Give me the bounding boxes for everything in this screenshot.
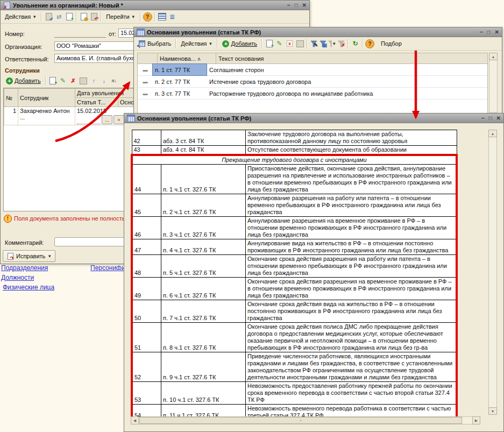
pick-cell-txt[interactable]: Аннулирование вида на жительство в РФ – …	[246, 239, 457, 255]
col-header-num[interactable]: №	[4, 89, 18, 107]
close-icon[interactable]: ✕	[496, 115, 501, 121]
pick-cell-num[interactable]: 48	[132, 255, 161, 278]
list-copy-icon[interactable]: +	[265, 39, 274, 48]
link-positions[interactable]: Должности	[1, 274, 34, 281]
article-clear-button[interactable]: ×	[113, 115, 124, 124]
ground-article-cell[interactable]: п. 3 ст. 77 ТК	[153, 88, 207, 99]
number-input[interactable]	[54, 29, 106, 38]
scroll-up-icon[interactable]: ▲	[488, 130, 497, 137]
goto-menu-button[interactable]: Перейти▼	[104, 13, 138, 20]
scroll-left-icon[interactable]: ◀	[131, 416, 139, 424]
pick-cell-art[interactable]: п. 5 ч.1 ст. 327.6 ТК	[161, 255, 246, 278]
pick-table-row[interactable]: 51п. 8 ч.1 ст. 327.6 ТКОкончание срока д…	[132, 323, 457, 352]
pick-cell-num[interactable]: 45	[132, 194, 161, 217]
actions-menu-button[interactable]: Действия▼	[3, 13, 39, 20]
pick-cell-num[interactable]: 42	[132, 130, 161, 146]
pick-table-row[interactable]: 49п. 6 ч.1 ст. 327.6 ТКОкончание срока д…	[132, 278, 457, 300]
col-header-employee[interactable]: Сотрудник	[18, 89, 75, 107]
copy-document-icon[interactable]: +	[65, 12, 74, 21]
pick-cell-art[interactable]: п. 2 ч.1 ст. 327.6 ТК	[161, 194, 246, 217]
pick-cell-art[interactable]: п. 3 ч.1 ст. 327.6 ТК	[161, 217, 246, 239]
pick-table-row[interactable]: 43абз. 4 ст. 84 ТКОтсутствие соответству…	[132, 146, 457, 155]
pick-cell-art[interactable]: п. 9 ч.1 ст. 327.6 ТК	[161, 352, 246, 382]
pick-cell-num[interactable]: 46	[132, 217, 161, 239]
grounds-list-row[interactable]: ▬п. 1 ст. 77 ТКСоглашение сторон	[138, 64, 487, 76]
filter-set-icon[interactable]: ✎	[310, 40, 318, 47]
pick-cell-num[interactable]: 51	[132, 323, 161, 352]
grounds-list-row[interactable]: ▬п. 2 ст. 77 ТКИстечение срока трудового…	[138, 76, 487, 88]
reread-icon[interactable]: ⇄	[54, 12, 63, 21]
pick-cell-art[interactable]: п. 6 ч.1 ст. 327.6 ТК	[161, 278, 246, 300]
scroll-right-icon[interactable]: ▶	[472, 416, 480, 424]
list-add-button[interactable]: + Добавить	[220, 40, 259, 48]
col-header-article[interactable]: Статья Т...	[75, 98, 118, 107]
hscroll-thumb[interactable]: ▪	[139, 417, 462, 424]
pick-cell-art[interactable]: абз. 4 ст. 84 ТК	[161, 146, 246, 155]
minimize-icon[interactable]: ‒	[287, 2, 290, 8]
link-personified[interactable]: Персонифи	[90, 264, 125, 272]
ground-article-cell[interactable]: п. 1 ст. 77 ТК	[153, 64, 207, 75]
filter-settings-icon[interactable]: ▣	[319, 40, 327, 47]
help-icon[interactable]: ?	[143, 12, 152, 22]
pick-table-row[interactable]: 52п. 9 ч.1 ст. 327.6 ТКПриведение числен…	[132, 352, 457, 382]
pick-title-bar[interactable]: Основания увольнения (статьи ТК РФ) ‒□✕	[124, 114, 503, 123]
help-icon[interactable]: ?	[365, 39, 374, 48]
article-choose-button[interactable]: ...	[102, 115, 112, 124]
pick-cell-num[interactable]: 53	[132, 382, 161, 405]
pick-cell-txt[interactable]: Отсутствие соответствующего документа об…	[246, 146, 457, 155]
pick-cell-txt[interactable]: Окончание срока действия полиса ДМС либо…	[246, 323, 457, 352]
article-edit-input[interactable]	[77, 117, 101, 124]
name-col-header[interactable]: Наименова...▲	[158, 53, 216, 63]
employee-copy-icon[interactable]: +	[48, 76, 58, 85]
pick-cell-txt[interactable]: Окончание срока действия разрешения на р…	[246, 255, 457, 278]
pick-cell-num[interactable]: 49	[132, 278, 161, 300]
minimize-icon[interactable]: ‒	[481, 115, 485, 121]
pick-cell-art[interactable]: п. 8 ч.1 ст. 327.6 ТК	[161, 323, 246, 352]
pick-cell-num[interactable]: 52	[132, 352, 161, 382]
pick-table-row[interactable]: 45п. 2 ч.1 ст. 327.6 ТКАннулирование раз…	[132, 194, 457, 217]
list-title-bar[interactable]: Основания увольнения (статьи ТК РФ) ‒□✕	[134, 27, 502, 37]
link-departments[interactable]: Подразделения	[1, 264, 48, 272]
text-col-header[interactable]: Текст основания	[216, 53, 487, 63]
pick-cell-txt[interactable]: Невозможность предоставления работнику п…	[246, 382, 457, 405]
filter-history-icon[interactable]: ▼	[328, 40, 336, 47]
pick-cell-txt[interactable]: Окончание срока действия вида на жительс…	[246, 300, 457, 323]
pick-cell-txt[interactable]: Заключение трудового договора на выполне…	[246, 130, 457, 146]
filter-clear-icon[interactable]: ✗	[337, 40, 345, 47]
select-button[interactable]: ↖ Выбрать	[136, 39, 173, 48]
ground-text-cell[interactable]: Расторжение трудового договора по инициа…	[207, 90, 487, 97]
scroll-up-icon[interactable]: ▲	[489, 53, 498, 60]
maximize-icon[interactable]: □	[487, 29, 491, 35]
pick-table-row[interactable]: 50п. 7 ч.1 ст. 327.6 ТКОкончание срока д…	[132, 300, 457, 323]
employee-delete-icon[interactable]: ✗	[69, 76, 78, 85]
pick-cell-txt[interactable]: Аннулирование разрешения на временное пр…	[246, 217, 457, 239]
list-settings-icon[interactable]	[158, 12, 167, 21]
pick-cell-art[interactable]: п. 1 ч.1 ст. 327.6 ТК	[161, 165, 246, 194]
list-edit-icon[interactable]: ✎	[275, 39, 284, 48]
pick-cell-art[interactable]: п. 4 ч.1 ст. 327.6 ТК	[161, 239, 246, 255]
pick-cell-art[interactable]: п. 10 ч.1 ст. 327.6 ТК	[161, 382, 246, 405]
list-actions-button[interactable]: Действия▼	[179, 40, 215, 47]
pick-vscrollbar[interactable]	[488, 130, 497, 415]
maximize-icon[interactable]: □	[489, 115, 492, 121]
pick-cell-num[interactable]: 47	[132, 239, 161, 255]
main-title-bar[interactable]: ✗ Увольнение из организаций: Новый * ‒□✕	[1, 1, 309, 10]
pick-table-row[interactable]: 46п. 3 ч.1 ст. 327.6 ТКАннулирование раз…	[132, 217, 457, 239]
pick-cell-txt[interactable]: Приведение численности работников, являю…	[246, 352, 457, 382]
maximize-icon[interactable]: □	[295, 2, 298, 8]
fix-button[interactable]: ↷ Исправить▼	[3, 250, 55, 262]
structure-settings-icon[interactable]: ☰	[168, 12, 177, 21]
post-document-icon[interactable]: ⇙	[44, 12, 53, 21]
link-individuals[interactable]: Физические лица	[3, 284, 54, 291]
close-icon[interactable]: ✕	[495, 29, 499, 35]
grounds-list-row[interactable]: ▬п. 3 ст. 77 ТКРасторжение трудового дог…	[138, 88, 487, 100]
pick-cell-num[interactable]: 43	[132, 146, 161, 155]
pick-table-row[interactable]: 44п. 1 ч.1 ст. 327.6 ТКПриостановление д…	[132, 165, 457, 194]
refresh-icon[interactable]: ↻	[351, 39, 360, 48]
ground-article-cell[interactable]: п. 2 ст. 77 ТК	[153, 76, 207, 87]
pick-table-row[interactable]: 48п. 5 ч.1 ст. 327.6 ТКОкончание срока д…	[132, 255, 457, 278]
employee-edit-icon[interactable]: ✎	[59, 76, 68, 85]
list-delete-icon[interactable]: x	[285, 39, 294, 48]
pick-table-row[interactable]: 53п. 10 ч.1 ст. 327.6 ТКНевозможность пр…	[132, 382, 457, 405]
pick-table-row[interactable]: 42абз. 3 ст. 84 ТКЗаключение трудового д…	[132, 130, 457, 146]
